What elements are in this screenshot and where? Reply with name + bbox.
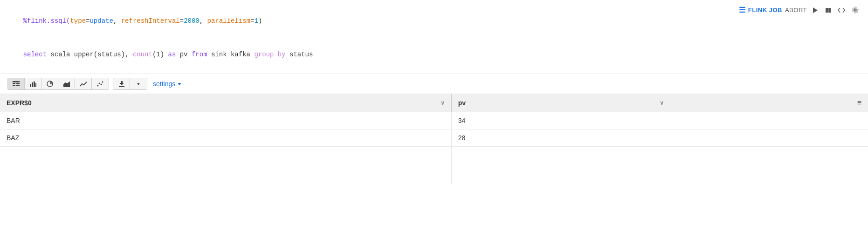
svg-rect-6 [13,85,15,86]
run-button[interactable] [810,6,820,14]
svg-point-14 [97,85,99,86]
alias-pv: pv [180,51,192,58]
cell-expr-1: BAZ [0,129,451,147]
svg-rect-2 [828,8,831,13]
space2 [176,51,179,58]
pie-chart-button[interactable] [41,78,58,89]
chart-type-group [7,78,109,90]
table-name: sink_kafka [211,51,254,58]
flink-job-icon: ☰ [739,6,746,14]
table-view-button[interactable] [8,78,25,89]
toolbar-right: ☰ FLINK JOB ABORT [739,6,861,14]
flink-job-button[interactable]: ☰ FLINK JOB [739,6,782,14]
space3 [207,51,211,58]
empty-cell-pv [451,147,868,184]
bar-chart-button[interactable] [25,78,41,89]
settings-button[interactable]: settings [153,80,182,88]
results-container: EXPR$0 ∨ pv ∨ ≡ BAR 34 BAZ [0,94,868,184]
stop-button[interactable] [823,6,833,14]
eq2: = [180,17,184,25]
close-paren: ) [258,17,262,25]
space5 [286,51,289,58]
svg-marker-13 [63,81,70,87]
svg-rect-3 [13,81,20,82]
param-type-key: type [70,17,86,25]
table-empty-row [0,147,868,184]
settings-label: settings [153,80,175,88]
count-arg: (1) [152,51,168,58]
svg-point-15 [99,82,100,84]
table-row: BAZ 28 [0,129,868,147]
svg-rect-9 [32,82,33,87]
column-header-expr[interactable]: EXPR$0 ∨ [0,94,451,112]
editor-area: %flink.ssql(type=update, refreshInterval… [0,0,868,74]
comma1: , [113,17,121,25]
area-chart-button[interactable] [58,78,75,89]
column-expr-label: EXPR$0 [7,99,32,107]
viz-toolbar: settings [0,74,868,94]
download-dropdown-button[interactable] [130,78,147,89]
flink-prefix: %flink.ssql( [23,17,70,25]
svg-rect-7 [16,85,20,86]
svg-rect-4 [13,83,15,84]
column-pv-label: pv [458,99,466,107]
flink-job-label: FLINK JOB [748,7,782,14]
svg-rect-1 [826,8,828,13]
param-type-val: update [90,17,113,25]
svg-marker-19 [137,83,140,85]
svg-rect-5 [16,83,20,84]
table-row: BAR 34 [0,112,868,129]
space4 [274,51,277,58]
field-status: status [289,51,313,58]
code-line-2: select scala_upper(status), count(1) as … [7,39,861,70]
download-group [113,78,147,90]
kw-select: select [23,51,47,58]
column-pv-sort-icon: ∨ [660,100,664,106]
kw-group: group [254,51,274,58]
cell-pv-0: 34 [451,112,868,129]
svg-marker-20 [178,83,181,85]
line-chart-button[interactable] [75,78,92,89]
empty-cell-expr [0,147,451,184]
func-name: scala_upper(status), [50,51,132,58]
column-expr-sort-icon: ∨ [441,100,445,106]
svg-rect-8 [30,84,31,87]
kw-as: as [168,51,176,58]
scatter-chart-button[interactable] [92,78,109,89]
cell-pv-1: 28 [451,129,868,147]
param-refresh-val: 2000 [184,17,200,25]
kw-from: from [192,51,207,58]
param-refresh-key: refreshInterval [121,17,180,25]
kw-by: by [278,51,286,58]
results-table: EXPR$0 ∨ pv ∨ ≡ BAR 34 BAZ [0,94,868,184]
download-button[interactable] [113,78,130,89]
param-parallelism-key: parallelism [207,17,250,25]
code-button[interactable] [836,6,847,14]
svg-point-16 [101,83,102,85]
settings-gear-button[interactable] [850,6,861,14]
param-parallelism-val: 1 [254,17,258,25]
svg-rect-18 [119,86,124,87]
svg-point-17 [102,81,103,82]
abort-button[interactable]: ABORT [785,7,807,14]
table-header-row: EXPR$0 ∨ pv ∨ ≡ [0,94,868,112]
cell-expr-0: BAR [0,112,451,129]
kw-count: count [133,51,152,58]
svg-marker-0 [813,7,818,13]
code-line-1: %flink.ssql(type=update, refreshInterval… [7,6,861,37]
svg-rect-11 [35,83,36,87]
column-header-pv[interactable]: pv ∨ ≡ [451,94,868,112]
svg-rect-10 [34,81,35,87]
column-pv-menu-icon[interactable]: ≡ [857,99,861,107]
comma2: , [200,17,207,25]
